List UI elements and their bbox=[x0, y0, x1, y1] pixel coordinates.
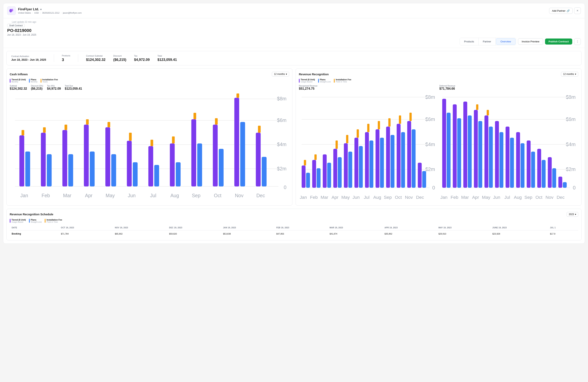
revenue-recognition-title: Revenue Recognition bbox=[299, 73, 329, 76]
tab-partner[interactable]: Partner bbox=[479, 38, 496, 45]
svg-rect-33 bbox=[170, 144, 175, 187]
revenue-recognition-period[interactable]: 12 months ▾ bbox=[561, 72, 578, 76]
add-partner-button[interactable]: Add Partner 🔗 bbox=[549, 8, 573, 14]
schedule-legend-plans: Plans Straight-Line bbox=[29, 219, 42, 223]
schedule-year-select[interactable]: 2023 ▾ bbox=[567, 212, 578, 217]
cash-inflows-legend: Tiered ($ Unit) Monthly Plans Monthly In… bbox=[10, 78, 289, 83]
svg-rect-46 bbox=[262, 157, 267, 187]
col-date: DATE bbox=[10, 225, 59, 231]
legend-plans-rev: Plans Straight-Line bbox=[318, 78, 331, 83]
svg-rect-142 bbox=[516, 132, 520, 188]
more-actions-button[interactable]: ⋮ bbox=[574, 38, 581, 45]
tab-products[interactable]: Products bbox=[460, 38, 479, 45]
svg-rect-14 bbox=[21, 130, 24, 135]
cash-inflows-period[interactable]: 12 months ▾ bbox=[272, 72, 289, 76]
svg-text:Dec: Dec bbox=[556, 195, 565, 200]
contract-id: PO-0219000 bbox=[7, 28, 36, 33]
svg-text:Jun: Jun bbox=[493, 195, 500, 200]
invoice-preview-button[interactable]: Invoice Preview bbox=[518, 38, 543, 45]
svg-text:Mar: Mar bbox=[63, 193, 71, 198]
svg-rect-76 bbox=[323, 154, 327, 188]
svg-rect-135 bbox=[484, 116, 488, 188]
publish-contract-button[interactable]: Publish Contract bbox=[545, 39, 572, 44]
svg-rect-40 bbox=[219, 149, 224, 186]
svg-text:$8m: $8m bbox=[277, 96, 286, 101]
summary-card: Contract Activation Jun 18, 2023 - Jun 1… bbox=[6, 51, 582, 65]
svg-rect-133 bbox=[478, 121, 482, 188]
svg-rect-28 bbox=[133, 162, 138, 186]
cash-inflows-chart: $8m $6m $4m $2m 0 bbox=[10, 92, 289, 201]
svg-text:Sep: Sep bbox=[524, 195, 532, 200]
svg-text:Sep: Sep bbox=[384, 195, 392, 200]
svg-rect-21 bbox=[84, 125, 89, 187]
recognized-value: $51,274.75 bbox=[299, 87, 438, 90]
svg-rect-144 bbox=[526, 140, 530, 188]
svg-rect-92 bbox=[378, 121, 380, 129]
svg-text:0: 0 bbox=[432, 185, 435, 191]
metric-total-due: Total Due $123,059.41 bbox=[65, 85, 82, 90]
svg-text:Feb: Feb bbox=[310, 195, 317, 200]
chevron-down-icon: ▾ bbox=[575, 213, 576, 216]
svg-rect-137 bbox=[486, 110, 489, 116]
svg-rect-24 bbox=[105, 127, 110, 187]
svg-rect-47 bbox=[258, 126, 261, 133]
svg-rect-34 bbox=[176, 162, 181, 186]
svg-text:Feb: Feb bbox=[451, 195, 458, 200]
svg-text:Jul: Jul bbox=[150, 193, 156, 198]
svg-rect-71 bbox=[306, 173, 310, 188]
cell-apr: $35,892 bbox=[383, 230, 437, 237]
svg-text:Sep: Sep bbox=[192, 193, 200, 198]
cash-inflows-metrics: Subtotal $124,302.32 Discount (5%) ($6,2… bbox=[10, 85, 289, 90]
svg-text:Dec: Dec bbox=[416, 195, 424, 200]
summary-activation: Contract Activation Jun 18, 2023 - Jun 1… bbox=[11, 55, 46, 61]
svg-rect-27 bbox=[127, 141, 132, 187]
svg-point-1 bbox=[11, 9, 13, 11]
svg-rect-35 bbox=[172, 137, 175, 144]
tab-group: Products Partner Overview bbox=[460, 38, 516, 45]
svg-rect-12 bbox=[20, 135, 24, 187]
svg-rect-141 bbox=[510, 138, 514, 188]
summary-subtotal: Contract Subtotal $124,302.32 bbox=[86, 55, 105, 62]
svg-rect-93 bbox=[386, 127, 390, 188]
row-label-booking: Booking bbox=[10, 230, 59, 237]
tab-overview[interactable]: Overview bbox=[496, 38, 515, 45]
svg-rect-148 bbox=[548, 157, 552, 188]
svg-rect-136 bbox=[489, 127, 493, 188]
svg-rect-99 bbox=[407, 121, 411, 188]
svg-text:$6m: $6m bbox=[277, 117, 286, 123]
svg-rect-138 bbox=[495, 121, 499, 188]
svg-rect-132 bbox=[474, 110, 478, 188]
revenue-recognition-card: Revenue Recognition 12 months ▾ Tiered (… bbox=[295, 68, 582, 206]
summary-tax: Tax $4,972.09 bbox=[134, 55, 150, 62]
svg-rect-129 bbox=[457, 118, 461, 188]
close-button[interactable]: × bbox=[574, 7, 581, 14]
contract-dates: Jun 18, 2023 - Jun 19, 2025 bbox=[7, 33, 36, 36]
col-oct: OCT 19, 2023 bbox=[59, 225, 113, 231]
svg-text:Jul: Jul bbox=[504, 195, 510, 200]
svg-rect-77 bbox=[327, 163, 331, 188]
svg-rect-87 bbox=[365, 132, 369, 188]
chevron-down-icon: ▾ bbox=[286, 73, 287, 75]
deferred-label: Deferred Revenue bbox=[440, 85, 578, 87]
svg-rect-36 bbox=[191, 119, 196, 186]
svg-rect-15 bbox=[41, 133, 46, 186]
svg-text:Jan: Jan bbox=[21, 193, 28, 198]
svg-rect-17 bbox=[43, 127, 46, 133]
legend-tiered: Tiered ($ Unit) Monthly bbox=[10, 78, 26, 83]
company-name[interactable]: FireFlyer Ltd. ▾ bbox=[18, 7, 82, 11]
svg-rect-81 bbox=[344, 143, 348, 188]
svg-rect-19 bbox=[68, 154, 73, 187]
header-actions: Add Partner 🔗 × bbox=[549, 7, 581, 14]
svg-rect-16 bbox=[47, 154, 52, 187]
svg-rect-86 bbox=[357, 129, 359, 138]
legend-installation: Installation Fee Yearly bbox=[41, 78, 58, 83]
contract-bar: Last update 22 min ago Draft Contract PO… bbox=[3, 18, 585, 48]
schedule-table: DATE OCT 19, 2023 NOV 19, 2023 DEC 19, 2… bbox=[10, 225, 578, 237]
svg-rect-101 bbox=[410, 113, 412, 121]
svg-rect-72 bbox=[304, 160, 306, 166]
col-may: MAY 19, 2023 bbox=[437, 225, 490, 231]
svg-rect-130 bbox=[463, 102, 467, 188]
svg-rect-97 bbox=[401, 132, 405, 188]
svg-rect-41 bbox=[215, 118, 218, 125]
svg-text:Jan: Jan bbox=[440, 195, 447, 200]
